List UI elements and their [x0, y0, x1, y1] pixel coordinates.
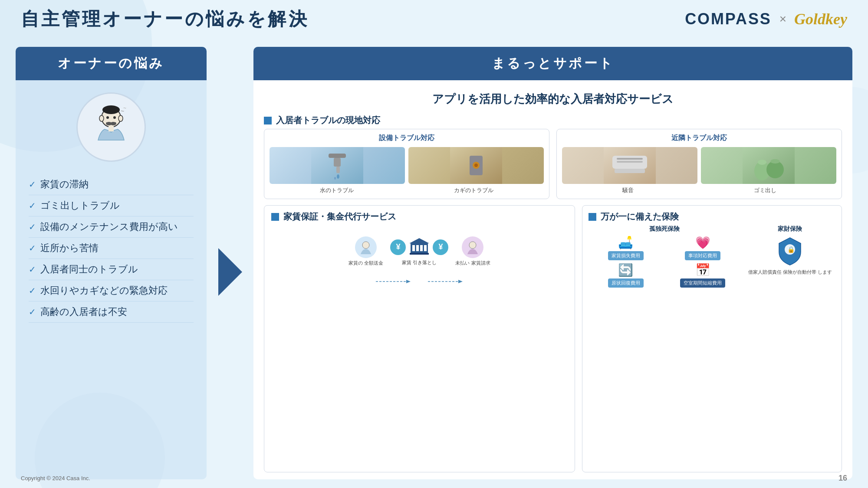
collection-avatar: [462, 236, 483, 258]
copyright-text: Copyright © 2024 Casa Inc.: [21, 475, 90, 481]
ins-badge1: 家賃損失費用: [608, 251, 644, 260]
left-panel: オーナーの悩み: [16, 47, 207, 479]
right-panel: まるっとサポート アプリを活用した効率的な入居者対応サービス 入居者トラブルの現…: [253, 47, 852, 479]
ins-item-kūshitsu: 📅 空室期間短縮費用: [666, 263, 740, 288]
worry-item-7: ✓ 高齢の入居者は不安: [29, 301, 194, 323]
card2-labels: 騒音 ゴミ出し: [562, 187, 836, 194]
guarantee-card: 家賃保証・集金代行サービス: [264, 205, 575, 472]
shield-insurance-icon: 🔒: [777, 236, 803, 266]
footer: Copyright © 2024 Casa Inc. 16: [21, 474, 847, 483]
heart-icon: 💗: [695, 236, 710, 250]
times-separator: ×: [779, 12, 786, 26]
svg-rect-10: [108, 126, 114, 131]
svg-rect-38: [410, 253, 429, 255]
svg-marker-43: [458, 280, 463, 283]
equipment-trouble-card: 設備トラブル対応: [264, 129, 549, 199]
check-icon-7: ✓: [29, 307, 36, 317]
card2-title: 近隣トラブル対応: [671, 134, 727, 143]
svg-point-20: [474, 164, 478, 167]
card2-images: [562, 147, 836, 184]
worry-item-5: ✓ 入居者同士のトラブル: [29, 259, 194, 280]
svg-rect-36: [420, 245, 423, 251]
bottom-row: 家賃保証・集金代行サービス: [264, 205, 842, 472]
check-icon-3: ✓: [29, 222, 36, 232]
svg-point-31: [362, 242, 369, 249]
section2-icon: [271, 213, 279, 221]
page-number: 16: [838, 474, 847, 483]
svg-rect-34: [412, 245, 415, 251]
svg-rect-14: [336, 167, 340, 173]
svg-marker-33: [409, 238, 429, 243]
key-trouble-image: [408, 147, 544, 184]
card1-title: 設備トラブル対応: [379, 134, 434, 143]
calendar-icon: 📅: [695, 263, 710, 277]
svg-rect-24: [617, 158, 643, 160]
worry-item-3: ✓ 設備のメンテナンス費用が高い: [29, 216, 194, 238]
collection-person: 未払い 家賃請求: [455, 236, 490, 266]
worry-item-2: ✓ ゴミ出しトラブル: [29, 195, 194, 216]
yen-badge-right: ¥: [433, 239, 448, 255]
svg-point-30: [770, 159, 780, 164]
svg-rect-12: [329, 154, 346, 158]
section1-icon: [264, 117, 272, 124]
svg-point-39: [469, 242, 476, 249]
right-panel-heading: まるっとサポート: [253, 47, 852, 80]
card2-label2: ゴミ出し: [754, 187, 776, 194]
insurance-card: 万が一に備えた保険 孤独死保険 🛋️ 家賃損失費用: [582, 205, 842, 472]
card1-labels: 水のトラブル カギのトラブル: [270, 187, 544, 194]
person-avatar-icon: ~ ~: [85, 101, 137, 153]
svg-point-15: [337, 174, 339, 179]
header: 自主管理オーナーの悩みを解決 COMPASS × Goldkey: [0, 0, 868, 38]
check-icon-2: ✓: [29, 200, 36, 211]
trouble-cards-row: 設備トラブル対応: [264, 129, 842, 199]
card2-label1: 騒音: [622, 187, 634, 194]
ins-badge4: 空室期間短縮費用: [680, 278, 725, 288]
svg-rect-13: [334, 158, 341, 167]
trash-image: [701, 147, 836, 184]
avatar: ~ ~: [76, 92, 146, 162]
diag-label2: 家賃の 全額送金: [349, 260, 383, 266]
svg-text:~: ~: [123, 105, 126, 111]
service-subtitle: アプリを活用した効率的な入居者対応サービス: [264, 88, 842, 108]
right-panel-body: アプリを活用した効率的な入居者対応サービス 入居者トラブルの現地対応 設備トラブ…: [253, 80, 852, 479]
svg-rect-25: [617, 161, 643, 163]
tenant-person: 家賃の 全額送金: [349, 236, 383, 266]
svg-rect-35: [416, 245, 419, 251]
dashed-arrows-diagram: [350, 277, 489, 286]
arrow-separator: [217, 64, 243, 479]
svg-text:🔒: 🔒: [787, 246, 795, 253]
bank-icon: [408, 236, 430, 258]
kagai-insurance: 家財保険 🔒 借家人賠償責任 保険が自動付帯 します: [744, 225, 835, 288]
section3-icon: [589, 213, 596, 221]
card1-images: [270, 147, 544, 184]
tenant-avatar: [355, 236, 377, 258]
ins-title1: 孤独死保険: [589, 225, 740, 233]
check-icon-4: ✓: [29, 243, 36, 253]
card1-label2: カギのトラブル: [454, 187, 493, 194]
worries-list: ✓ 家賃の滞納 ✓ ゴミ出しトラブル ✓ 設備のメンテナンス費用が高い ✓ 近所…: [29, 174, 194, 323]
section3-title: 万が一に備えた保険: [589, 211, 835, 223]
diag-rent-label: 家賃 引き落とし: [402, 259, 437, 265]
logo-area: COMPASS × Goldkey: [685, 10, 847, 28]
noise-image: [562, 147, 697, 184]
ins-item-kariage: 🛋️ 家賃損失費用: [589, 236, 663, 260]
worry-item-6: ✓ 水回りやカギなどの緊急対応: [29, 280, 194, 301]
goldkey-logo: Goldkey: [794, 10, 847, 28]
page-title: 自主管理オーナーの悩みを解決: [21, 7, 309, 31]
worry-item-1: ✓ 家賃の滞納: [29, 174, 194, 195]
svg-point-1: [102, 105, 120, 114]
svg-point-29: [758, 160, 766, 165]
card1-label1: 水のトラブル: [320, 187, 354, 194]
left-panel-body: ~ ~ ✓ 家賃の滞納 ✓ ゴミ出しトラブル: [16, 80, 207, 479]
svg-marker-41: [406, 280, 411, 283]
diag-label3: 未払い 家賃請求: [455, 260, 490, 266]
svg-point-7: [110, 122, 116, 125]
worry-item-4: ✓ 近所から苦情: [29, 238, 194, 259]
ins-title2: 家財保険: [778, 225, 802, 233]
compass-logo: COMPASS: [685, 10, 772, 28]
ins-note: 借家人賠償責任 保険が自動付帯 します: [748, 269, 832, 276]
svg-point-3: [118, 115, 123, 121]
left-panel-heading: オーナーの悩み: [16, 47, 207, 80]
check-icon-5: ✓: [29, 264, 36, 275]
ins-item-genjou: 🔄 原状回復費用: [589, 263, 663, 288]
